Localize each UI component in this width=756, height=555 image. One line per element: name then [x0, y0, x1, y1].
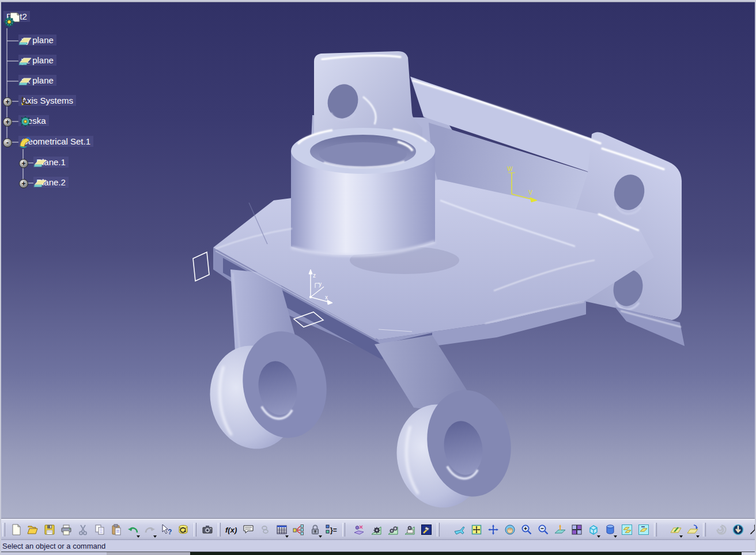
whats-this-icon[interactable]: ? — [158, 521, 175, 538]
tree-item-plane2[interactable]: Plane.2 — [33, 177, 69, 188]
zoom-in-icon[interactable] — [518, 521, 535, 538]
knowledge-toolbar: f(x) }= — [223, 521, 340, 538]
paste-icon[interactable] — [108, 521, 124, 538]
reaction-icon[interactable] — [351, 521, 368, 538]
expert-check-icon[interactable] — [401, 521, 418, 538]
status-message: Select an object or a command — [0, 542, 105, 550]
sketcher-icon[interactable] — [667, 521, 684, 538]
toolbar-separator[interactable] — [218, 523, 221, 537]
geometrical-set-icon — [18, 136, 32, 149]
lock-icon[interactable] — [307, 521, 323, 538]
toolbar-separator[interactable] — [437, 523, 440, 537]
comment-icon[interactable] — [240, 521, 256, 538]
pan-icon[interactable] — [485, 521, 501, 538]
axis-label-y: y — [319, 281, 322, 287]
svg-text:?: ? — [168, 528, 172, 536]
tree-item-xy-plane[interactable]: xy plane — [18, 35, 56, 45]
knowledgeware-toolbar — [351, 521, 434, 538]
specification-tree[interactable]: Part2 xy plane yz plane zx plane — [1, 2, 186, 209]
rule-icon[interactable] — [368, 521, 384, 538]
plane-icon — [18, 35, 32, 47]
zoom-out-icon[interactable] — [535, 521, 551, 538]
render-style-icon[interactable] — [602, 521, 618, 538]
rotate-icon[interactable] — [501, 521, 518, 538]
window-top-border — [0, 0, 756, 2]
open-folder-icon[interactable] — [24, 521, 41, 538]
axis-label-w: W — [507, 166, 513, 172]
plane1-symbol[interactable] — [193, 252, 209, 281]
tree-item-yz-plane[interactable]: yz plane — [18, 55, 56, 66]
positioned-sketcher-icon[interactable] — [684, 521, 701, 538]
tree-expand-axis-systems[interactable]: + — [3, 97, 12, 107]
copy-icon[interactable] — [91, 521, 108, 538]
status-bar: Select an object or a command — [0, 539, 756, 552]
tree-item-part2[interactable]: Part2 — [3, 11, 30, 22]
bottom-edge-strip — [0, 552, 756, 555]
view-toolbar — [451, 521, 652, 538]
window-left-border — [0, 0, 1, 555]
tree-item-deska[interactable]: Deska — [18, 115, 49, 126]
tree-item-axis-systems[interactable]: Axis Systems — [18, 95, 76, 106]
axis-label-z: z — [313, 272, 316, 279]
new-document-icon[interactable] — [7, 521, 24, 538]
equivalent-dimensions-icon[interactable]: }= — [323, 521, 340, 538]
bottom-toolbar: ? f(x) }= — [0, 519, 756, 540]
svg-text:}=: }= — [330, 526, 337, 534]
fly-through-globe-icon[interactable] — [729, 521, 746, 538]
toolbar-separator[interactable] — [194, 523, 196, 537]
isometric-view-icon[interactable] — [585, 521, 602, 538]
plane-icon — [33, 157, 47, 169]
tree-item-geometrical-set[interactable]: Geometrical Set.1 — [18, 136, 93, 147]
toolbar-separator[interactable] — [654, 523, 657, 537]
fit-all-in-icon[interactable] — [468, 521, 485, 538]
database-refresh-icon[interactable] — [175, 521, 191, 538]
standard-toolbar: ? — [7, 521, 191, 538]
spiral-disabled-icon[interactable] — [713, 521, 729, 538]
toolbar-drag-handle[interactable] — [2, 523, 5, 537]
swap-visible-space-icon[interactable] — [635, 521, 652, 538]
link-disabled-icon[interactable] — [256, 521, 273, 538]
tree-collapse-geometrical-set[interactable]: - — [3, 138, 12, 147]
axis-systems-icon — [18, 95, 32, 108]
toolbar-separator[interactable] — [703, 523, 706, 537]
axis-label-x: x — [325, 294, 328, 301]
multi-view-icon[interactable] — [568, 521, 585, 538]
camera-capture-icon[interactable] — [199, 521, 216, 538]
tree-item-zx-plane[interactable]: zx plane — [18, 75, 56, 86]
toolbar-separator[interactable] — [342, 523, 345, 537]
save-icon[interactable] — [41, 521, 58, 538]
plane-icon — [18, 55, 32, 67]
part-body-icon — [18, 115, 32, 128]
build-hammer-icon[interactable] — [418, 521, 434, 538]
capture-toolbar — [199, 521, 216, 538]
redo-icon[interactable] — [141, 521, 158, 538]
tree-item-plane1[interactable]: Plane.1 — [33, 157, 69, 168]
part-document-icon — [3, 11, 21, 29]
plane-icon — [33, 177, 47, 189]
normal-view-icon[interactable] — [551, 521, 568, 538]
tree-expand-deska[interactable]: + — [3, 117, 12, 127]
check-icon[interactable] — [384, 521, 401, 538]
fly-mode-icon[interactable] — [451, 521, 468, 538]
sketcher-toolbar — [667, 521, 701, 538]
svg-text:f(x): f(x) — [225, 526, 237, 534]
dmu-toolbar — [713, 521, 756, 538]
undo-icon[interactable] — [124, 521, 141, 538]
axis-label-v: V — [528, 189, 532, 196]
print-icon[interactable] — [58, 521, 74, 538]
3d-viewport[interactable]: W V z y x — [1, 2, 755, 519]
formula-fx-icon[interactable]: f(x) — [223, 521, 240, 538]
tree-expand-plane1[interactable]: + — [19, 159, 28, 168]
tree-expand-plane2[interactable]: + — [19, 179, 28, 188]
plane-icon — [18, 75, 32, 88]
cut-icon[interactable] — [74, 521, 91, 538]
design-table-icon[interactable] — [273, 521, 290, 538]
hide-show-icon[interactable] — [618, 521, 635, 538]
relations-icon[interactable] — [290, 521, 307, 538]
